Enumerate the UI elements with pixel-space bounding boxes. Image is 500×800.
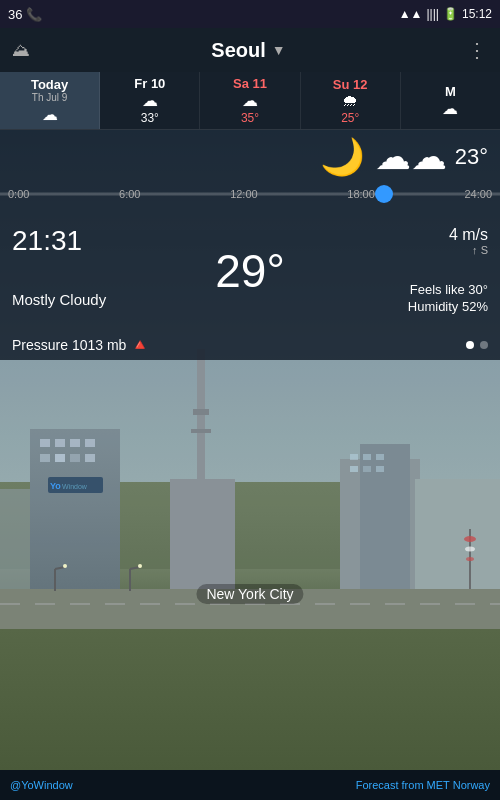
page-dots[interactable] xyxy=(466,341,488,349)
yowindow-credit: @YoWindow xyxy=(10,779,73,791)
condition-text: Mostly Cloudy xyxy=(12,291,168,308)
timeline-current-dot[interactable] xyxy=(375,185,393,203)
tab-mon-label: M xyxy=(445,84,456,99)
tab-today-date: Th Jul 9 xyxy=(32,92,68,103)
dropdown-arrow-icon: ▼ xyxy=(272,42,286,58)
top-bar: ⛰ Seoul ▼ ⋮ xyxy=(0,28,500,72)
location-button[interactable]: Seoul ▼ xyxy=(211,39,285,62)
status-right: ▲▲ |||| 🔋 15:12 xyxy=(399,7,492,21)
tab-today-label: Today xyxy=(31,77,68,92)
more-menu-icon[interactable]: ⋮ xyxy=(467,38,488,62)
sunday-night-strip: 🌙 ☁☁ 23° xyxy=(0,130,500,180)
feels-like-text: Feels like 30° xyxy=(332,282,488,297)
tab-mon[interactable]: M ☁ xyxy=(401,72,500,129)
tab-sun-temp: 25° xyxy=(341,111,359,125)
location-name: Seoul xyxy=(211,39,265,62)
time-label-18: 18:00 xyxy=(347,188,375,200)
wind-speed-display: 4 m/s xyxy=(332,226,488,244)
weather-panel: 🌙 ☁☁ 23° 0:00 6:00 12:00 18:00 24:00 21:… xyxy=(0,130,500,360)
clock-display: 15:12 xyxy=(462,7,492,21)
tab-sat-label: Sa 11 xyxy=(233,76,267,91)
status-bar: 36 📞 ▲▲ |||| 🔋 15:12 xyxy=(0,0,500,28)
tab-mon-icon: ☁ xyxy=(442,99,458,118)
status-left: 36 📞 xyxy=(8,7,42,22)
status-number: 36 xyxy=(8,7,22,22)
tab-today-icon: ☁ xyxy=(42,105,58,124)
city-label: New York City xyxy=(196,584,303,604)
timeline-bar[interactable]: 0:00 6:00 12:00 18:00 24:00 xyxy=(0,180,500,208)
feels-humidity-panel: Feels like 30° Humidity 52% xyxy=(332,282,488,316)
tab-fri-label: Fr 10 xyxy=(134,76,165,91)
tab-sat-temp: 35° xyxy=(241,111,259,125)
mountain-icon: ⛰ xyxy=(12,40,30,61)
tab-fri10[interactable]: Fr 10 ☁ 33° xyxy=(100,72,200,129)
pressure-row: Pressure 1013 mb 🔺 xyxy=(0,335,500,360)
wind-direction-display: ↑ S xyxy=(332,244,488,256)
tab-sat11[interactable]: Sa 11 ☁ 35° xyxy=(200,72,300,129)
tab-sat-icon: ☁ xyxy=(242,91,258,110)
time-label-6: 6:00 xyxy=(119,188,140,200)
page-dot-1[interactable] xyxy=(466,341,474,349)
tab-today[interactable]: Today Th Jul 9 ☁ xyxy=(0,72,100,129)
bottom-bar: @YoWindow Forecast from MET Norway xyxy=(0,770,500,800)
pressure-text: Pressure 1013 mb xyxy=(12,337,126,353)
tab-sun12[interactable]: Su 12 🌧 25° xyxy=(301,72,401,129)
current-time-display: 21:31 xyxy=(12,225,168,257)
time-label-24: 24:00 xyxy=(464,188,492,200)
page-dot-2[interactable] xyxy=(480,341,488,349)
pressure-arrow-icon: 🔺 xyxy=(130,335,150,354)
temperature-display: 29° xyxy=(215,244,285,298)
timeline-labels: 0:00 6:00 12:00 18:00 24:00 xyxy=(0,188,500,200)
forecast-tabs: Today Th Jul 9 ☁ Fr 10 ☁ 33° Sa 11 ☁ 35°… xyxy=(0,72,500,130)
phone-icon: 📞 xyxy=(26,7,42,22)
humidity-text: Humidity 52% xyxy=(332,299,488,314)
met-norway-credit: Forecast from MET Norway xyxy=(356,779,490,791)
tab-fri-icon: ☁ xyxy=(142,91,158,110)
wifi-icon: ▲▲ xyxy=(399,7,423,21)
time-label-12: 12:00 xyxy=(230,188,258,200)
tab-fri-temp: 33° xyxy=(141,111,159,125)
signal-icon: |||| xyxy=(427,7,439,21)
tab-sun-label: Su 12 xyxy=(333,77,368,92)
time-label-0: 0:00 xyxy=(8,188,29,200)
cloud-night-icon: 🌙 ☁☁ xyxy=(320,136,447,178)
main-weather-grid: 21:31 29° 4 m/s ↑ S Mostly Cloudy Feels … xyxy=(0,208,500,335)
battery-icon: 🔋 xyxy=(443,7,458,21)
sunday-temp: 23° xyxy=(455,144,488,170)
tab-sun-icon: 🌧 xyxy=(342,92,358,110)
